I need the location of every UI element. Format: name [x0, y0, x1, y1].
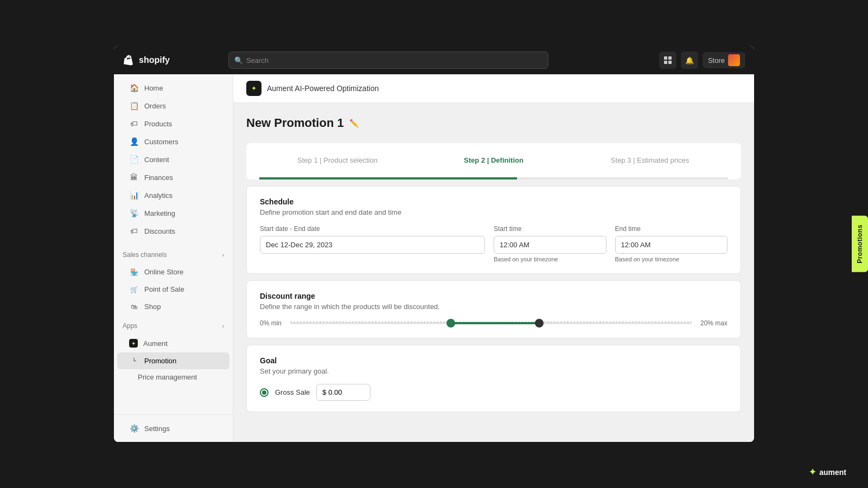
edit-icon[interactable]: ✏️	[349, 119, 359, 127]
page-title-row: New Promotion 1 ✏️	[246, 116, 741, 130]
start-time-label: Start time	[494, 225, 607, 233]
online-store-icon: 🏪	[129, 268, 139, 276]
schedule-subtitle: Define promotion start and end date and …	[260, 208, 727, 216]
home-icon: 🏠	[129, 84, 139, 92]
sidebar-item-label: Finances	[144, 174, 173, 182]
discount-range-title: Discount range	[260, 292, 727, 300]
discount-range-card: Discount range Define the range in which…	[246, 280, 741, 338]
search-icon: 🔍	[234, 56, 243, 65]
sidebar-item-products[interactable]: 🏷 Products	[120, 115, 226, 132]
finances-icon: 🏛	[129, 173, 139, 182]
step-product-selection[interactable]: Step 1 | Product selection	[259, 152, 416, 169]
topbar-right: 🔔 Store	[659, 52, 745, 69]
svg-rect-0	[664, 56, 667, 60]
slider-min-label: 0% min	[260, 319, 282, 327]
goal-title: Goal	[260, 356, 727, 365]
shop-icon: 🛍	[129, 303, 139, 311]
bell-icon: 🔔	[685, 56, 694, 65]
sidebar-item-discounts[interactable]: 🏷 Discounts	[120, 222, 226, 240]
sidebar-item-shop[interactable]: 🛍 Shop	[117, 298, 229, 315]
shopify-logo-text: shopify	[139, 55, 170, 65]
date-input[interactable]	[260, 236, 485, 254]
content-icon: 📄	[129, 155, 139, 164]
sidebar-item-promotion[interactable]: └ Promotion	[117, 352, 229, 369]
notifications-icon-btn[interactable]: 🔔	[681, 52, 698, 69]
customers-icon: 👤	[129, 137, 139, 146]
svg-rect-3	[668, 61, 672, 64]
apps-header[interactable]: Apps ›	[123, 322, 224, 330]
schedule-card: Schedule Define promotion start and end …	[246, 186, 741, 274]
search-placeholder: Search	[246, 56, 269, 65]
search-bar[interactable]: 🔍 Search	[228, 52, 548, 69]
sidebar-item-label: Settings	[144, 425, 170, 433]
apps-section: Apps ›	[114, 316, 233, 334]
step-label: Step 1 | Product selection	[297, 156, 378, 164]
sidebar-item-label: Aument	[143, 339, 168, 348]
apps-icon-btn[interactable]	[659, 52, 676, 69]
price-management-label: Price management	[138, 373, 197, 381]
radio-dot	[262, 390, 266, 395]
sidebar-item-point-of-sale[interactable]: 🛒 Point of Sale	[117, 281, 229, 298]
sidebar-item-analytics[interactable]: 📊 Analytics	[120, 187, 226, 204]
end-time-label: End time	[615, 225, 728, 233]
schedule-title: Schedule	[260, 197, 727, 206]
sidebar-item-content[interactable]: 📄 Content	[120, 151, 226, 168]
aument-watermark: ✦ aument	[809, 467, 846, 477]
sidebar-item-price-management[interactable]: Price management	[114, 370, 233, 384]
chevron-icon: ›	[222, 323, 224, 329]
slider-thumb-right[interactable]	[535, 319, 544, 328]
sidebar-item-label: Orders	[144, 102, 166, 110]
progress-bar-fill	[259, 177, 517, 179]
promotion-tree-icon: └	[129, 358, 139, 364]
sidebar-item-label: Products	[144, 120, 172, 128]
chevron-icon: ›	[222, 252, 224, 258]
sidebar-item-label: Home	[144, 84, 163, 92]
sidebar-item-settings[interactable]: ⚙️ Settings	[120, 420, 226, 437]
steps-container: Step 1 | Product selection Step 2 | Defi…	[246, 143, 741, 179]
gross-sale-input[interactable]	[316, 384, 371, 401]
sidebar-item-orders[interactable]: 📋 Orders	[120, 97, 226, 114]
step-estimated-prices[interactable]: Step 3 | Estimated prices	[572, 152, 728, 169]
sidebar-item-label: Shop	[144, 303, 161, 311]
app-logo-icon: ✦	[251, 85, 257, 92]
content-area: ✦ Aument AI-Powered Optimization New Pro…	[233, 74, 754, 442]
svg-rect-2	[664, 61, 667, 64]
store-button[interactable]: Store	[703, 52, 745, 68]
slider-thumb-left[interactable]	[446, 319, 455, 328]
step-definition[interactable]: Step 2 | Definition	[416, 152, 572, 169]
slider-track[interactable]	[290, 322, 692, 324]
sales-channels-header[interactable]: Sales channels ›	[123, 251, 224, 259]
gross-sale-radio[interactable]	[260, 388, 269, 397]
sales-channels-label: Sales channels	[123, 251, 167, 259]
app-header-title: Aument AI-Powered Optimization	[267, 84, 379, 93]
analytics-icon: 📊	[129, 191, 139, 200]
sidebar-item-label: Marketing	[144, 209, 175, 217]
apps-items: ✦ Aument └ Promotion Price management	[114, 334, 233, 384]
end-timezone-note: Based on your timezone	[615, 256, 728, 262]
page-title: New Promotion 1	[246, 116, 344, 130]
promotions-tab[interactable]: Promotions	[852, 216, 868, 272]
sidebar-item-customers[interactable]: 👤 Customers	[120, 133, 226, 150]
app-header: ✦ Aument AI-Powered Optimization	[233, 74, 754, 103]
sidebar-item-home[interactable]: 🏠 Home	[120, 79, 226, 97]
apps-label: Apps	[123, 322, 137, 330]
start-time-input[interactable]	[494, 236, 607, 254]
progress-bar-container	[259, 177, 728, 179]
sidebar: 🏠 Home 📋 Orders 🏷 Products 👤 Customers 📄	[114, 74, 233, 442]
sidebar-item-marketing[interactable]: 📡 Marketing	[120, 204, 226, 222]
store-label: Store	[708, 56, 725, 65]
steps-header: Step 1 | Product selection Step 2 | Defi…	[246, 143, 741, 177]
aument-star-icon: ✦	[809, 467, 816, 477]
shopify-logo[interactable]: shopify	[123, 54, 170, 67]
sidebar-item-online-store[interactable]: 🏪 Online Store	[117, 264, 229, 280]
start-time-field: Start time Based on your timezone	[494, 225, 607, 262]
discounts-icon: 🏷	[129, 227, 139, 235]
end-time-field: End time Based on your timezone	[615, 225, 728, 262]
sales-channels-section: Sales channels ›	[114, 245, 233, 263]
sidebar-item-label: Point of Sale	[144, 285, 184, 293]
orders-icon: 📋	[129, 101, 139, 110]
goal-card: Goal Set your primary goal. Gross Sale	[246, 345, 741, 412]
sidebar-item-finances[interactable]: 🏛 Finances	[120, 169, 226, 186]
sidebar-item-aument[interactable]: ✦ Aument	[117, 335, 229, 352]
end-time-input[interactable]	[615, 236, 728, 254]
